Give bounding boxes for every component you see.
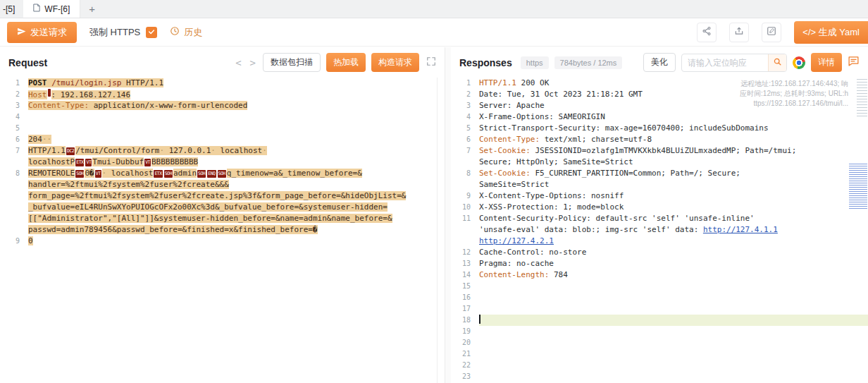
code-segment: /tmui/login.jsp <box>51 78 121 87</box>
code-line[interactable]: 8Set-Cookie: F5_CURRENT_PARTITION=Common… <box>451 168 868 179</box>
code-line[interactable]: http://127.4.2.1 <box>451 236 868 247</box>
code-line[interactable]: 20 <box>451 337 868 348</box>
code-segment: 204 <box>28 135 42 144</box>
hot-reload-button[interactable]: 热加载 <box>326 53 366 72</box>
chevron-left-icon[interactable]: < <box>234 57 242 68</box>
beautify-button[interactable]: 美化 <box>643 53 676 72</box>
force-https-checkbox[interactable] <box>146 27 157 38</box>
code-line[interactable]: 1POST /tmui/login.jsp HTTP/1.1 <box>0 78 445 89</box>
request-scrollbar[interactable] <box>437 78 438 383</box>
code-line[interactable]: 9X-Content-Type-Options: nosniff <box>451 190 868 202</box>
code-line[interactable]: passwd=admin789456&passwd_before=&finish… <box>0 224 445 236</box>
code-segment: : 192.168.127.146 <box>51 90 131 99</box>
line-number: 2 <box>0 89 28 100</box>
code-line[interactable]: 3Content-Type: application/x-www-form-ur… <box>0 100 445 111</box>
code-line[interactable]: _bufvalue=eIL4RUnSwXYoPUIOGcOFx2o00Xc%3d… <box>0 202 445 213</box>
line-content: Secure; HttpOnly; SameSite=Strict <box>479 157 868 168</box>
line-content: handler=%2ftmui%2fsystem%2fuser%2fcreate… <box>28 179 445 190</box>
code-line[interactable]: 14Content-Length: 784 <box>451 269 868 281</box>
code-line[interactable]: 6Content-Type: text/xml; charset=utf-8 <box>451 134 868 145</box>
code-line[interactable]: SameSite=Strict <box>451 179 868 190</box>
code-segment: _bufvalue=eIL4RUnSwXYoPUIOGcOFx2o00Xc%3d… <box>28 202 388 212</box>
request-editor[interactable]: 1POST /tmui/login.jsp HTTP/1.12Host: 192… <box>0 78 445 383</box>
code-line[interactable]: localhostPETXVTTmui-DubbufVTBBBBBBBBBB <box>0 157 445 168</box>
search-icon <box>773 57 782 68</box>
generate-yaml-label: </> 生成 Yaml <box>802 26 860 39</box>
line-content <box>479 326 868 337</box>
fullscreen-icon[interactable] <box>426 56 436 69</box>
line-content <box>479 303 868 315</box>
code-segment: JSESSIONID=ozlafg1mTMVKXkbk4BLUiZULmxade… <box>531 146 797 155</box>
line-number: 22 <box>451 360 479 371</box>
search-button[interactable] <box>768 54 786 72</box>
control-char-badge: SOH <box>218 170 226 178</box>
code-line[interactable]: handler=%2ftmui%2fsystem%2fuser%2fcreate… <box>0 179 445 190</box>
code-line[interactable]: 8REMOTEROLESOH0�VT· localhostETXSOHadmin… <box>0 168 445 179</box>
code-line[interactable]: [["Administrator","[All]"]]&systemuser-h… <box>0 213 445 224</box>
code-segment: SameSite=Strict <box>479 180 549 189</box>
code-line[interactable]: 23 <box>451 371 868 382</box>
code-line[interactable]: 6204·· <box>0 134 445 145</box>
code-segment: Content-Type: <box>479 135 540 144</box>
code-segment: Strict-Transport-Security: max-age=16070… <box>479 123 769 133</box>
search-input[interactable] <box>682 58 768 68</box>
code-line[interactable]: 15 <box>451 281 868 292</box>
code-line[interactable]: 7Set-Cookie: JSESSIONID=ozlafg1mTMVKXkbk… <box>451 145 868 157</box>
edit-button[interactable] <box>762 23 781 42</box>
code-line[interactable]: 2Date: Tue, 31 Oct 2023 21:18:21 GMT <box>451 89 868 100</box>
history-button[interactable]: 历史 <box>170 26 202 39</box>
code-line[interactable]: 5Strict-Transport-Security: max-age=1607… <box>451 123 868 134</box>
code-line[interactable]: form_page=%2ftmui%2fsystem%2fuser%2fcrea… <box>0 190 445 202</box>
control-char-badge: VT <box>85 159 92 166</box>
line-content: 204·· <box>28 134 445 145</box>
detail-button[interactable]: 详情 <box>811 53 842 72</box>
code-line[interactable]: 1HTTP/1.1 200 OK <box>451 78 868 89</box>
code-segment: Server: Apache <box>479 101 545 110</box>
line-number: 14 <box>451 269 479 281</box>
code-segment: 0� <box>85 169 94 178</box>
send-request-button[interactable]: 发送请求 <box>7 22 77 43</box>
panel-divider[interactable] <box>445 47 451 383</box>
chevron-right-icon[interactable]: > <box>249 57 257 68</box>
code-line[interactable]: 22 <box>451 360 868 371</box>
new-tab-button[interactable]: + <box>89 3 95 15</box>
line-number: 6 <box>0 134 28 145</box>
code-line[interactable]: 2Host: 192.168.127.146 <box>0 89 445 100</box>
tab-label: WF-[6] <box>44 4 70 14</box>
packet-scan-button[interactable]: 数据包扫描 <box>263 53 321 72</box>
construct-request-button[interactable]: 构造请求 <box>371 53 419 72</box>
code-line[interactable]: 90 <box>0 236 445 247</box>
code-line[interactable]: 21 <box>451 348 868 360</box>
code-line[interactable]: 7HTTP/1.1DC2/tmui/Control/form· 127.0.0.… <box>0 145 445 157</box>
line-content <box>479 337 868 348</box>
code-line[interactable]: 'unsafe-eval' data: blob:; img-src 'self… <box>451 224 868 236</box>
code-segment: Pragma: no-cache <box>479 259 554 268</box>
line-number: 4 <box>451 111 479 123</box>
chrome-icon[interactable] <box>793 56 805 69</box>
code-line[interactable]: Secure; HttpOnly; SameSite=Strict <box>451 157 868 168</box>
code-segment: Tmui-Dubbuf <box>92 157 144 166</box>
chat-icon[interactable] <box>848 55 860 70</box>
export-button[interactable] <box>729 23 749 42</box>
code-line[interactable]: 3Server: Apache <box>451 100 868 111</box>
generate-yaml-button[interactable]: </> 生成 Yaml <box>794 21 868 44</box>
code-line[interactable]: 18 <box>451 315 868 326</box>
line-number: 23 <box>451 371 479 382</box>
control-char-badge <box>48 89 51 97</box>
tab-wf[interactable]: WF-[6] <box>23 0 80 18</box>
code-line[interactable]: 17 <box>451 303 868 315</box>
main-split: Request < > 数据包扫描 热加载 构造请求 1POST /tmui/l… <box>0 47 868 383</box>
code-line[interactable]: 16 <box>451 292 868 303</box>
share-button[interactable] <box>697 23 717 42</box>
code-line[interactable]: 11Content-Security-Policy: default-src '… <box>451 213 868 224</box>
line-number: 18 <box>451 315 479 326</box>
code-line[interactable]: 10X-XSS-Protection: 1; mode=block <box>451 202 868 213</box>
code-line[interactable]: 5 <box>0 123 445 134</box>
code-line[interactable]: 4X-Frame-Options: SAMEORIGIN <box>451 111 868 123</box>
code-line[interactable]: 4 <box>0 111 445 123</box>
code-line[interactable]: 12Cache-Control: no-store <box>451 247 868 258</box>
response-editor[interactable]: 远程地址:192.168.127.146:443; 响 应时间:12ms; 总耗… <box>451 78 868 383</box>
code-line[interactable]: 13Pragma: no-cache <box>451 258 868 269</box>
code-line[interactable]: 19 <box>451 326 868 337</box>
code-segment: REMOTEROLE <box>28 169 75 178</box>
